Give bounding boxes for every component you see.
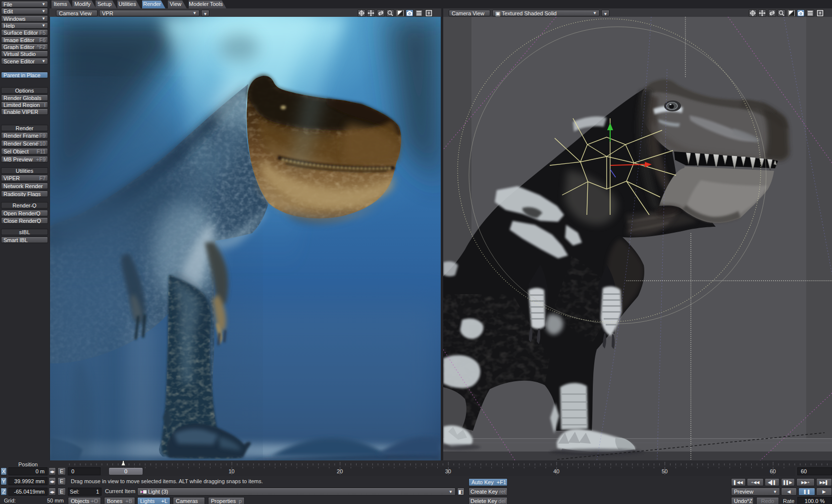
svg-text:40: 40 <box>553 468 559 474</box>
svg-text:50: 50 <box>662 468 668 474</box>
svg-text:20: 20 <box>337 468 343 474</box>
svg-text:10: 10 <box>228 468 234 474</box>
svg-text:60: 60 <box>770 468 776 474</box>
svg-text:30: 30 <box>445 468 451 474</box>
